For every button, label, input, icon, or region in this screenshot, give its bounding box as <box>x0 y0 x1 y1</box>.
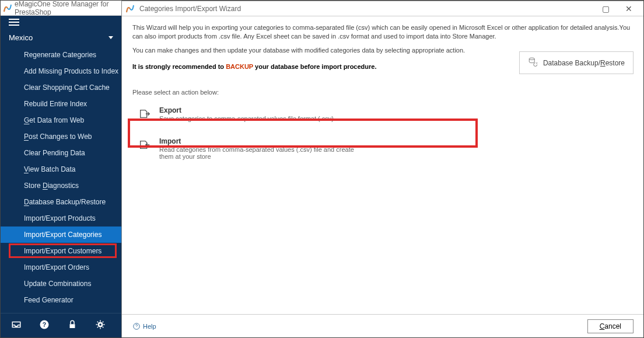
hamburger-icon <box>9 22 19 23</box>
app-logo-icon <box>3 4 12 13</box>
svg-rect-2 <box>70 324 75 328</box>
sidebar-item-regenerate-categories[interactable]: Regenerate Categories <box>1 47 121 63</box>
wizard-titlebar: Categories Import/Export Wizard ▢ ✕ <box>122 1 644 16</box>
sidebar-item-update-combinations[interactable]: Update Combinations <box>1 276 121 292</box>
wizard-title: Categories Import/Export Wizard <box>139 5 241 13</box>
sidebar-item-database-backup-restore[interactable]: Database Backup/Restore <box>1 194 121 210</box>
sidebar-item-get-data-web[interactable]: Get Data from Web <box>1 112 121 128</box>
please-select-label: Please select an action below: <box>132 89 634 96</box>
database-backup-restore-button[interactable]: Database Backup/Restore <box>519 51 634 74</box>
sidebar: Mexico Regenerate Categories Add Missing… <box>1 1 121 337</box>
sidebar-section-label: Mexico <box>9 33 33 42</box>
sidebar-footer: ? <box>1 313 121 337</box>
wizard-body: This Wizard will help you in exporting y… <box>122 16 644 314</box>
svg-text:?: ? <box>43 321 46 328</box>
svg-point-6 <box>529 58 534 60</box>
sidebar-item-feed-generator[interactable]: Feed Generator <box>1 292 121 308</box>
import-icon <box>138 138 151 151</box>
sidebar-item-import-export-orders[interactable]: Import/Export Orders <box>1 259 121 276</box>
hamburger-menu-button[interactable] <box>1 16 121 29</box>
cancel-button[interactable]: Cancel <box>587 319 634 333</box>
inbox-icon[interactable] <box>11 319 22 332</box>
export-icon <box>138 107 151 120</box>
sidebar-item-import-export-customers[interactable]: Import/Export Customers <box>1 243 121 259</box>
help-link-label: Help <box>143 323 156 330</box>
wizard-window: Categories Import/Export Wizard ▢ ✕ This… <box>121 1 644 338</box>
database-backup-icon <box>528 57 538 69</box>
help-link[interactable]: Help <box>132 322 156 330</box>
action-export-desc: Save categories to comma-separated value… <box>159 115 334 122</box>
action-list: Export Save categories to comma-separate… <box>132 102 634 165</box>
sidebar-item-import-export-categories[interactable]: Import/Export Categories <box>1 227 121 243</box>
svg-point-5 <box>99 323 102 326</box>
help-icon[interactable]: ? <box>39 319 50 332</box>
sidebar-item-add-missing-products[interactable]: Add Missing Products to Index <box>1 63 121 79</box>
sidebar-item-view-batch-data[interactable]: View Batch Data <box>1 161 121 177</box>
sidebar-item-import-export-products[interactable]: Import/Export Products <box>1 210 121 227</box>
sidebar-item-rebuild-index[interactable]: Rebuild Entire Index <box>1 96 121 112</box>
action-import-desc: Read categories from comma-separated val… <box>159 146 360 160</box>
action-import-title: Import <box>159 137 360 145</box>
sidebar-item-store-diagnostics[interactable]: Store Diagnostics <box>1 177 121 194</box>
wizard-logo-icon <box>125 4 135 13</box>
chevron-down-icon <box>108 36 113 39</box>
app-title: eMagicOne Store Manager for PrestaShop <box>15 0 121 16</box>
sidebar-item-clear-cart-cache[interactable]: Clear Shopping Cart Cache <box>1 79 121 96</box>
sidebar-item-post-changes-web[interactable]: Post Changes to Web <box>1 128 121 145</box>
action-export[interactable]: Export Save categories to comma-separate… <box>132 102 366 127</box>
action-export-title: Export <box>159 106 334 114</box>
gear-icon[interactable] <box>95 319 106 332</box>
action-import[interactable]: Import Read categories from comma-separa… <box>132 133 366 165</box>
lock-icon[interactable] <box>67 319 78 332</box>
window-close-button[interactable]: ✕ <box>617 2 640 16</box>
sidebar-item-clear-pending-data[interactable]: Clear Pending Data <box>1 145 121 161</box>
backup-button-label: Database Backup/Restore <box>543 59 625 67</box>
sidebar-section-header[interactable]: Mexico <box>1 29 121 47</box>
app-titlebar: eMagicOne Store Manager for PrestaShop <box>1 1 121 16</box>
window-maximize-button[interactable]: ▢ <box>594 2 617 16</box>
wizard-intro-1: This Wizard will help you in exporting y… <box>132 23 634 41</box>
wizard-footer: Help Cancel <box>122 314 644 338</box>
sidebar-menu: Regenerate Categories Add Missing Produc… <box>1 47 121 308</box>
